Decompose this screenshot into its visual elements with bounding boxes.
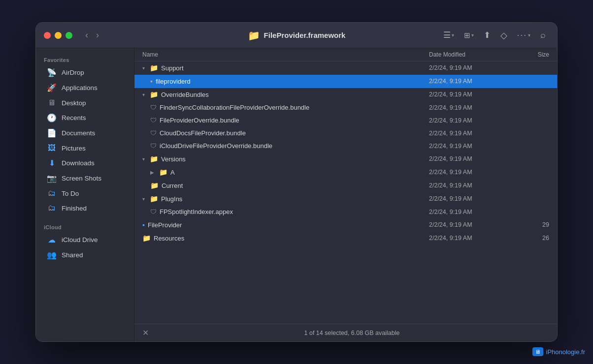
search-button[interactable]: ⌕ bbox=[537, 28, 549, 43]
folder-icon: 📁 bbox=[150, 91, 158, 98]
icloud-icon: ☁ bbox=[47, 235, 57, 244]
table-row[interactable]: ▶ 📁 A 2/2/24, 9:19 AM bbox=[134, 166, 557, 179]
table-row[interactable]: 🛡 FinderSyncCollaborationFileProviderOve… bbox=[134, 101, 557, 114]
col-name-header[interactable]: Name bbox=[134, 51, 429, 58]
file-name-cell: ▪ FileProvider bbox=[134, 221, 429, 229]
shield-icon: 🛡 bbox=[150, 142, 157, 150]
sidebar-item-applications[interactable]: 🚀 Applications bbox=[39, 80, 131, 95]
sidebar-item-label: Documents bbox=[62, 129, 95, 137]
share-button[interactable]: ⬆ bbox=[480, 28, 494, 43]
col-size-header[interactable]: Size bbox=[518, 51, 557, 58]
table-row[interactable]: ▾ 📁 PlugIns 2/2/24, 9:19 AM bbox=[134, 192, 557, 206]
col-date-header[interactable]: Date Modified bbox=[429, 51, 518, 58]
grid-chevron-icon: ▾ bbox=[471, 32, 474, 38]
close-button[interactable] bbox=[44, 32, 51, 39]
file-name-cell: 🛡 FPSpotlightIndexer.appex bbox=[134, 208, 429, 215]
file-name-cell: 📁 Current bbox=[134, 182, 429, 189]
window-title: FileProvider.framework bbox=[264, 31, 346, 39]
finder-window: ‹ › 📁 FileProvider.framework ☰ ▾ ⊞ ▾ ⬆ ◇… bbox=[35, 22, 558, 342]
tag-button[interactable]: ◇ bbox=[497, 28, 511, 43]
file-date: 2/2/24, 9:19 AM bbox=[429, 117, 518, 124]
sidebar-item-airdrop[interactable]: 📡 AirDrop bbox=[39, 65, 131, 80]
file-icon: ▪ bbox=[142, 221, 145, 229]
folder-title-icon: 📁 bbox=[248, 30, 260, 41]
titlebar: ‹ › 📁 FileProvider.framework ☰ ▾ ⊞ ▾ ⬆ ◇… bbox=[36, 23, 557, 48]
sidebar-item-shared[interactable]: 👥 Shared bbox=[39, 247, 131, 263]
file-name: Current bbox=[162, 182, 183, 189]
file-date: 2/2/24, 9:19 AM bbox=[429, 91, 518, 98]
file-date: 2/2/24, 9:19 AM bbox=[429, 235, 518, 242]
sidebar-item-desktop[interactable]: 🖥 Desktop bbox=[39, 95, 131, 110]
file-date: 2/2/24, 9:19 AM bbox=[429, 182, 518, 189]
sidebar-item-downloads[interactable]: ⬇ Downloads bbox=[39, 155, 131, 171]
sidebar-item-documents[interactable]: 📄 Documents bbox=[39, 125, 131, 141]
sidebar-item-label: Shared bbox=[62, 251, 83, 259]
sidebar-item-label: AirDrop bbox=[62, 69, 84, 76]
pictures-icon: 🖼 bbox=[47, 144, 57, 152]
table-row[interactable]: ▪ FileProvider 2/2/24, 9:19 AM 29 bbox=[134, 218, 557, 232]
file-date: 2/2/24, 9:19 AM bbox=[429, 104, 518, 111]
table-row[interactable]: ▾ 📁 Support 2/2/24, 9:19 AM bbox=[134, 61, 557, 75]
chevron-down-icon: ▾ bbox=[452, 32, 454, 38]
sidebar-item-finished[interactable]: 🗂 Finished bbox=[39, 201, 131, 215]
sidebar-item-label: To Do bbox=[62, 190, 79, 197]
folder-icon: 📁 bbox=[159, 168, 167, 176]
search-icon: ⌕ bbox=[540, 30, 546, 40]
table-row[interactable]: 🛡 iCloudDriveFileProviderOverride.bundle… bbox=[134, 140, 557, 152]
maximize-button[interactable] bbox=[66, 32, 72, 39]
minimize-button[interactable] bbox=[55, 32, 62, 39]
file-name-cell: 🛡 FileProviderOverride.bundle bbox=[134, 117, 429, 124]
traffic-lights bbox=[44, 32, 72, 39]
main-panel: Name Date Modified Size ▾ 📁 Support 2/2/… bbox=[134, 48, 557, 341]
file-name-cell: ▾ 📁 PlugIns bbox=[134, 195, 429, 203]
more-button[interactable]: ··· ▾ bbox=[514, 28, 534, 43]
table-row[interactable]: ▪ fileproviderd 2/2/24, 9:19 AM bbox=[134, 75, 557, 88]
file-name: FPSpotlightIndexer.appex bbox=[160, 208, 233, 215]
table-row[interactable]: ▾ 📁 OverrideBundles 2/2/24, 9:19 AM bbox=[134, 88, 557, 101]
expand-arrow-icon: ▾ bbox=[142, 196, 145, 202]
desktop-icon: 🖥 bbox=[47, 98, 57, 107]
content-area: Favorites 📡 AirDrop 🚀 Applications 🖥 Des… bbox=[36, 48, 557, 341]
list-view-button[interactable]: ☰ ▾ bbox=[440, 28, 458, 43]
more-chevron-icon: ▾ bbox=[528, 32, 530, 38]
sidebar-item-label: iCloud Drive bbox=[62, 236, 98, 243]
file-name: A bbox=[170, 169, 175, 176]
file-name: Support bbox=[161, 64, 184, 72]
sidebar-item-screenshots[interactable]: 📷 Screen Shots bbox=[39, 171, 131, 186]
cancel-icon[interactable]: ✕ bbox=[142, 328, 149, 337]
sidebar-item-pictures[interactable]: 🖼 Pictures bbox=[39, 141, 131, 155]
sidebar-item-icloud-drive[interactable]: ☁ iCloud Drive bbox=[39, 232, 131, 247]
sidebar-item-todo[interactable]: 🗂 To Do bbox=[39, 186, 131, 201]
grid-view-button[interactable]: ⊞ ▾ bbox=[461, 29, 477, 42]
status-text: 1 of 14 selected, 6.08 GB available bbox=[155, 330, 549, 336]
screenshots-icon: 📷 bbox=[47, 174, 57, 183]
back-button[interactable]: ‹ bbox=[82, 28, 91, 42]
shield-icon: 🛡 bbox=[150, 208, 157, 215]
folder-icon: 📁 bbox=[142, 234, 151, 242]
folder-icon: 📁 bbox=[150, 155, 158, 163]
applications-icon: 🚀 bbox=[47, 83, 57, 92]
table-row[interactable]: ▾ 📁 Versions 2/2/24, 9:19 AM bbox=[134, 152, 557, 166]
table-row[interactable]: 📁 Resources 2/2/24, 9:19 AM 26 bbox=[134, 232, 557, 245]
file-list: ▾ 📁 Support 2/2/24, 9:19 AM ▪ fileprovid… bbox=[134, 61, 557, 324]
airdrop-icon: 📡 bbox=[47, 68, 57, 77]
column-headers: Name Date Modified Size bbox=[134, 48, 557, 61]
sidebar-item-label: Applications bbox=[62, 84, 98, 91]
watermark: 🖥 iPhonologie.fr bbox=[532, 347, 586, 356]
shield-icon: 🛡 bbox=[150, 104, 157, 111]
sidebar-item-label: Finished bbox=[62, 205, 87, 212]
file-name-cell: 🛡 CloudDocsFileProvider.bundle bbox=[134, 129, 429, 137]
table-row[interactable]: 🛡 CloudDocsFileProvider.bundle 2/2/24, 9… bbox=[134, 127, 557, 140]
file-date: 2/2/24, 9:19 AM bbox=[429, 169, 518, 176]
table-row[interactable]: 🛡 FileProviderOverride.bundle 2/2/24, 9:… bbox=[134, 114, 557, 127]
file-name-cell: ▶ 📁 A bbox=[134, 168, 429, 176]
recents-icon: 🕐 bbox=[47, 113, 57, 122]
file-name: OverrideBundles bbox=[161, 91, 209, 98]
file-date: 2/2/24, 9:19 AM bbox=[429, 143, 518, 150]
table-row[interactable]: 🛡 FPSpotlightIndexer.appex 2/2/24, 9:19 … bbox=[134, 206, 557, 218]
table-row[interactable]: 📁 Current 2/2/24, 9:19 AM bbox=[134, 179, 557, 192]
documents-icon: 📄 bbox=[47, 128, 57, 138]
nav-buttons: ‹ › bbox=[82, 28, 102, 42]
sidebar-item-recents[interactable]: 🕐 Recents bbox=[39, 110, 131, 125]
forward-button[interactable]: › bbox=[93, 28, 102, 42]
